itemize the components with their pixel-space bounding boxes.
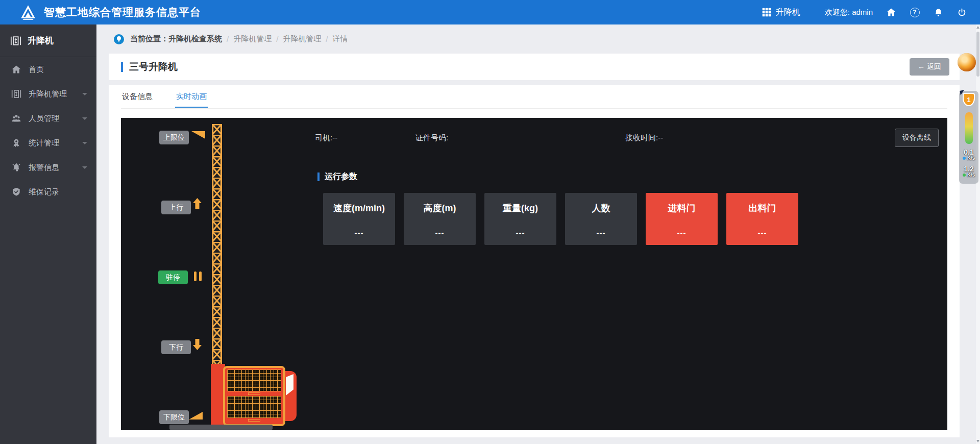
param-card-outlet-door: 出料门 --- <box>726 193 798 245</box>
upload-dot-icon <box>963 174 966 177</box>
certificate-field: 证件号码: <box>415 133 625 143</box>
sidebar-item-personnel-management[interactable]: 人员管理 <box>0 106 96 131</box>
chevron-down-icon <box>82 117 87 120</box>
download-speed: 0.1 K/s <box>963 149 975 161</box>
upload-speed: 1.2 K/s <box>963 165 975 178</box>
title-accent-bar <box>121 62 123 72</box>
param-card-speed: 速度(m/min) --- <box>323 193 395 245</box>
param-card-height: 高度(m) --- <box>404 193 476 245</box>
shield-badge-icon[interactable]: 1 <box>963 93 975 106</box>
app-switcher[interactable]: 升降机 <box>762 7 800 18</box>
tab-device-info[interactable]: 设备信息 <box>121 85 154 108</box>
tab-realtime-animation[interactable]: 实时动画 <box>175 85 208 108</box>
home-icon <box>11 64 21 75</box>
location-pin-icon <box>114 34 124 44</box>
grid-apps-icon <box>762 7 772 17</box>
sidebar-item-label: 升降机管理 <box>29 89 67 99</box>
driver-field: 司机:-- <box>315 133 415 143</box>
home-button[interactable] <box>886 7 896 17</box>
welcome-text: 欢迎您: admin <box>825 8 873 17</box>
platform-title: 智慧工地综合管理服务信息平台 <box>44 5 201 19</box>
username: admin <box>852 8 873 16</box>
cage-body <box>223 366 285 426</box>
help-button[interactable]: ? <box>910 7 920 17</box>
sidebar-item-label: 维保记录 <box>29 187 59 197</box>
pause-icon <box>194 272 202 281</box>
sidebar-header: 升降机 <box>0 24 96 57</box>
sidebar-header-label: 升降机 <box>28 35 54 46</box>
cage-mesh-lower <box>227 396 281 418</box>
param-value: --- <box>726 228 798 237</box>
power-icon <box>957 8 967 17</box>
breadcrumb-item: 详情 <box>333 34 348 44</box>
arrow-up-icon <box>193 198 202 209</box>
sidebar-item-home[interactable]: 首页 <box>0 57 96 82</box>
state-label-upper-limit: 上限位 <box>159 131 189 144</box>
receive-time-field: 接收时间:-- <box>625 133 663 143</box>
alarm-bell-icon <box>11 162 21 172</box>
app-switcher-label: 升降机 <box>776 7 800 18</box>
cage-rail <box>227 391 281 396</box>
flag-icon <box>189 412 203 420</box>
flag-icon <box>191 131 205 139</box>
back-button[interactable]: ← 返回 <box>910 58 949 76</box>
sidebar-item-maintenance-records[interactable]: 维保记录 <box>0 180 96 204</box>
receive-time-value: -- <box>658 133 663 142</box>
elevator-animation: 上限位 上行 驻停 下行 下限位 <box>121 118 315 430</box>
notifications-button[interactable] <box>933 7 943 17</box>
help-icon: ? <box>910 8 920 17</box>
elevator-base <box>169 425 273 430</box>
device-status-badge: 设备离线 <box>895 129 939 147</box>
arrow-down-icon <box>193 339 202 350</box>
sidebar-item-statistics-management[interactable]: 统计管理 <box>0 131 96 155</box>
page-scrollbar[interactable] <box>976 24 980 444</box>
section-accent-bar <box>317 172 320 181</box>
elevator-cage <box>223 366 285 426</box>
param-value: --- <box>323 228 395 237</box>
page-title: 三号升降机 <box>129 60 178 73</box>
sidebar-item-label: 人员管理 <box>29 114 59 124</box>
scrollbar-thumb[interactable] <box>976 32 979 77</box>
state-label-lower-limit: 下限位 <box>159 410 189 424</box>
lift-icon <box>11 89 21 99</box>
breadcrumb: 当前位置： 升降机检查系统 / 升降机管理 / 升降机管理 / 详情 <box>109 24 960 54</box>
assistant-swirl-icon[interactable] <box>958 53 976 71</box>
platform-logo-icon <box>19 4 37 21</box>
param-value: --- <box>565 228 637 237</box>
realtime-monitor-panel: 上限位 上行 驻停 下行 下限位 <box>121 118 947 430</box>
detail-card: 设备信息 实时动画 <box>109 85 960 437</box>
logout-button[interactable] <box>957 7 967 17</box>
scroll-down-arrow-icon[interactable] <box>976 440 979 442</box>
breadcrumb-item[interactable]: 升降机管理 <box>233 34 272 44</box>
chevron-down-icon <box>82 93 87 95</box>
shield-icon <box>11 187 21 197</box>
driver-info-row: 司机:-- 证件号码: 接收时间:-- 设备离线 <box>315 118 939 147</box>
download-dot-icon <box>963 157 966 160</box>
cage-rail <box>227 418 281 423</box>
sidebar-item-alarm-info[interactable]: 报警信息 <box>0 155 96 180</box>
topbar: 智慧工地综合管理服务信息平台 升降机 欢迎您: admin ? <box>0 0 980 24</box>
lift-icon <box>10 35 21 46</box>
param-value: --- <box>646 228 718 237</box>
breadcrumb-root[interactable]: 升降机检查系统 <box>168 34 222 44</box>
state-label-parked: 驻停 <box>158 270 188 284</box>
speed-gradient-bar <box>965 112 973 144</box>
scroll-up-arrow-icon[interactable] <box>976 26 979 29</box>
parameter-cards: 速度(m/min) --- 高度(m) --- 重量(kg) --- 人数 --… <box>323 193 939 245</box>
state-label-up: 上行 <box>161 201 191 214</box>
param-value: --- <box>484 228 556 237</box>
param-card-inlet-door: 进料门 --- <box>646 193 718 245</box>
state-label-down: 下行 <box>161 340 191 354</box>
driver-value: -- <box>332 133 337 142</box>
breadcrumb-item[interactable]: 升降机管理 <box>283 34 321 44</box>
param-card-weight: 重量(kg) --- <box>484 193 556 245</box>
tab-bar: 设备信息 实时动画 <box>121 85 947 109</box>
sidebar-item-label: 首页 <box>29 65 44 75</box>
chevron-down-icon <box>82 166 87 169</box>
sidebar-item-lift-management[interactable]: 升降机管理 <box>0 82 96 106</box>
bell-icon <box>934 8 943 17</box>
network-speed-widget[interactable]: 1 0.1 K/s 1.2 K/s <box>959 91 978 184</box>
main-content: 当前位置： 升降机检查系统 / 升降机管理 / 升降机管理 / 详情 三号升降机… <box>96 24 976 444</box>
chevron-down-icon <box>82 142 87 144</box>
sidebar-item-label: 统计管理 <box>29 138 59 148</box>
